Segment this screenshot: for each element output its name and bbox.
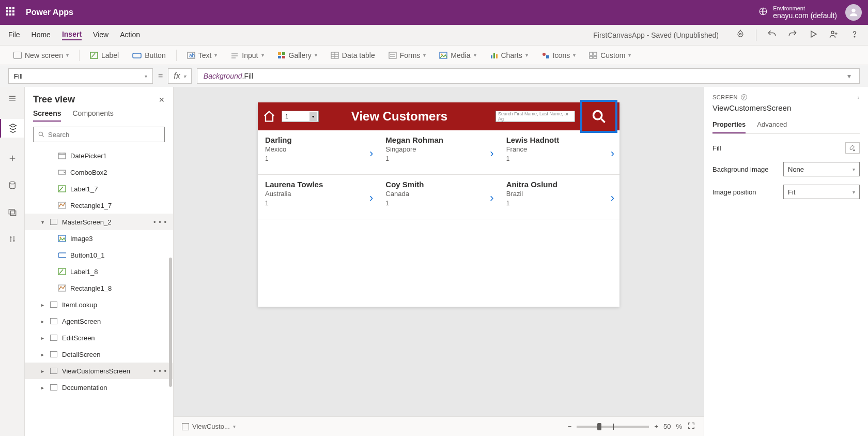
svg-point-54 <box>60 237 61 238</box>
ribbon-button[interactable]: Button <box>127 49 171 62</box>
user-avatar[interactable] <box>845 4 862 21</box>
rail-add-icon[interactable] <box>6 152 19 164</box>
customer-card[interactable]: DarlingMexico1› <box>258 130 378 175</box>
tree-item-itemlookup[interactable]: ▸ItemLookup <box>25 296 173 313</box>
fill-color-swatch[interactable] <box>845 142 860 154</box>
share-icon[interactable] <box>829 29 839 41</box>
redo-icon[interactable] <box>787 29 798 41</box>
rail-tools-icon[interactable] <box>6 233 19 245</box>
customer-card[interactable]: Lewis HadnottFrance1› <box>499 130 619 175</box>
menu-view[interactable]: View <box>93 31 109 40</box>
tab-advanced[interactable]: Advanced <box>757 121 787 133</box>
ribbon-forms[interactable]: Forms▾ <box>383 49 431 62</box>
help-icon[interactable] <box>849 29 860 41</box>
tree-item-datepicker1[interactable]: DatePicker1 <box>25 147 173 164</box>
tree-search-input[interactable] <box>48 131 160 139</box>
property-selector[interactable]: Fill▾ <box>8 68 153 84</box>
tree-item-documentation[interactable]: ▸Documentation <box>25 379 173 396</box>
tree-item-label: Image3 <box>70 235 92 243</box>
caret-icon[interactable]: ▸ <box>39 368 45 374</box>
screen-breadcrumb[interactable]: ViewCusto... ▾ <box>182 423 236 430</box>
svg-rect-41 <box>9 209 14 214</box>
undo-icon[interactable] <box>767 29 777 41</box>
menu-insert[interactable]: Insert <box>62 30 82 40</box>
tree-item-image3[interactable]: Image3 <box>25 230 173 247</box>
app-checker-icon[interactable] <box>735 29 746 41</box>
tree-search[interactable] <box>33 127 165 142</box>
tab-screens[interactable]: Screens <box>33 109 61 122</box>
ribbon-custom[interactable]: Custom▾ <box>584 49 636 62</box>
chevron-right-icon[interactable]: › <box>369 147 373 160</box>
menu-file[interactable]: File <box>8 31 20 40</box>
environment-selector[interactable]: Environment enayu.com (default) <box>758 5 837 20</box>
fx-button[interactable]: fx▾ <box>168 68 191 84</box>
caret-icon[interactable]: ▸ <box>39 302 45 308</box>
caret-icon[interactable]: ▸ <box>39 385 45 390</box>
tree-close-icon[interactable]: ✕ <box>159 96 165 104</box>
menu-action[interactable]: Action <box>120 31 140 40</box>
props-expand-icon[interactable]: › <box>858 94 860 100</box>
caret-icon[interactable]: ▸ <box>39 335 45 341</box>
customer-name: Darling <box>265 136 371 144</box>
search-button-selected[interactable] <box>580 100 617 133</box>
ribbon-gallery[interactable]: Gallery▾ <box>272 49 322 62</box>
bg-image-dropdown[interactable]: None▾ <box>783 162 860 176</box>
tree-item-detailscreen[interactable]: ▸DetailScreen <box>25 346 173 363</box>
more-icon[interactable]: • • • <box>153 218 167 226</box>
rail-tree-view-icon[interactable] <box>0 119 24 138</box>
tree-item-label1-7[interactable]: Label1_7 <box>25 181 173 197</box>
ribbon-data-table[interactable]: Data table <box>326 49 380 62</box>
tree-item-rectangle1-7[interactable]: Rectangle1_7 <box>25 197 173 214</box>
help-circle-icon[interactable]: ? <box>741 94 747 100</box>
chevron-right-icon[interactable]: › <box>611 191 614 205</box>
tree-item-combobox2[interactable]: ComboBox2 <box>25 164 173 181</box>
customer-card[interactable]: Coy SmithCanada1› <box>378 175 499 219</box>
tree-item-viewcustomersscreen[interactable]: ▸ViewCustomersScreen• • • <box>25 363 173 379</box>
zoom-in-icon[interactable]: + <box>654 423 658 430</box>
customer-card[interactable]: Laurena TowlesAustralia1› <box>258 175 378 219</box>
ribbon-icons[interactable]: Icons▾ <box>536 49 581 62</box>
tree-item-rectangle1-8[interactable]: Rectangle1_8 <box>25 280 173 296</box>
caret-icon[interactable]: ▾ <box>39 219 45 225</box>
home-icon[interactable] <box>262 109 276 124</box>
customer-number: 1 <box>265 200 371 207</box>
customer-card[interactable]: Anitra OslundBrazil1› <box>499 175 619 219</box>
customer-card[interactable]: Megan RohmanSingapore1› <box>378 130 499 175</box>
play-icon[interactable] <box>808 29 818 41</box>
fit-screen-icon[interactable] <box>687 422 695 431</box>
canvas-bottom-bar: ViewCusto... ▾ − + 50 % <box>174 416 704 436</box>
caret-icon[interactable]: ▸ <box>39 319 45 324</box>
ribbon-label[interactable]: Label <box>85 49 124 62</box>
customer-search-input[interactable]: Search First Name, Last Name, or Ag <box>495 111 575 122</box>
tree-scrollbar[interactable] <box>169 258 172 387</box>
img-position-dropdown[interactable]: Fit▾ <box>783 185 860 199</box>
app-screen-preview[interactable]: 1▾ View Customers Search First Name, Las… <box>258 102 619 307</box>
tab-properties[interactable]: Properties <box>712 121 746 133</box>
tree-item-agentscreen[interactable]: ▸AgentScreen <box>25 313 173 329</box>
zoom-out-icon[interactable]: − <box>568 423 572 430</box>
menu-home[interactable]: Home <box>32 31 51 40</box>
formula-input[interactable]: Background.Fill ▾ <box>197 68 860 84</box>
zoom-slider[interactable] <box>577 426 649 428</box>
ribbon-input[interactable]: Input▾ <box>225 49 269 62</box>
formula-expand-icon[interactable]: ▾ <box>847 72 853 80</box>
tree-item-masterscreen-2[interactable]: ▾MasterScreen_2• • • <box>25 214 173 230</box>
rail-media-icon[interactable] <box>6 206 19 218</box>
tree-item-button10-1[interactable]: Button10_1 <box>25 247 173 263</box>
chevron-right-icon[interactable]: › <box>369 191 373 205</box>
ribbon-charts[interactable]: Charts▾ <box>485 49 533 62</box>
chevron-right-icon[interactable]: › <box>490 147 493 160</box>
app-launcher-icon[interactable] <box>6 7 17 18</box>
tab-components[interactable]: Components <box>72 109 113 122</box>
ribbon-media[interactable]: Media▾ <box>434 49 481 62</box>
more-icon[interactable]: • • • <box>153 367 167 375</box>
rail-hamburger-icon[interactable] <box>6 92 19 104</box>
tree-item-label1-8[interactable]: Label1_8 <box>25 263 173 280</box>
caret-icon[interactable]: ▸ <box>39 352 45 357</box>
ribbon-text[interactable]: abText▾ <box>182 49 223 62</box>
new-screen-button[interactable]: New screen▾ <box>8 49 74 62</box>
chevron-right-icon[interactable]: › <box>490 191 493 205</box>
tree-item-editscreen[interactable]: ▸EditScreen <box>25 329 173 346</box>
rail-data-icon[interactable] <box>6 179 19 191</box>
chevron-right-icon[interactable]: › <box>611 147 614 160</box>
